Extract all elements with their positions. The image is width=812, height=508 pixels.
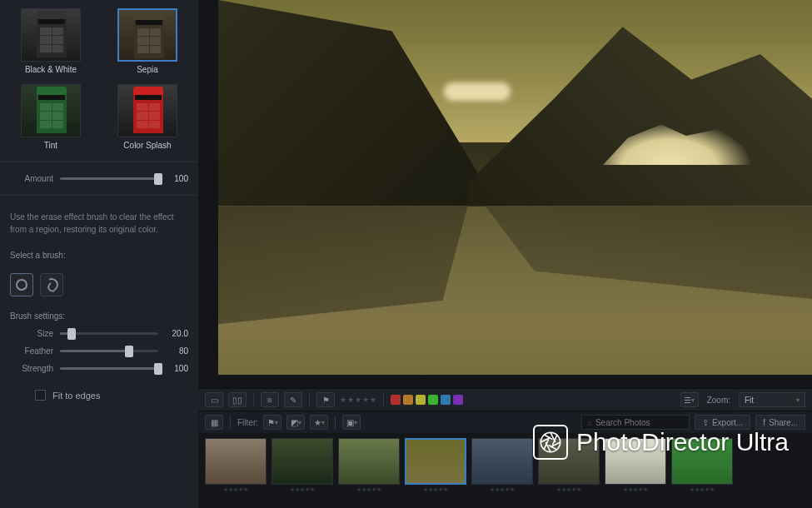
thumb-image — [605, 438, 666, 485]
search-icon: ⌕ — [587, 418, 592, 427]
histogram-button[interactable]: ≡ — [261, 392, 279, 407]
color-swatch[interactable] — [403, 395, 413, 405]
export-label: Export... — [712, 418, 743, 427]
thumb-image — [338, 438, 400, 485]
slider-thumb[interactable] — [125, 346, 133, 357]
filmstrip-thumb[interactable]: ★★★★★ — [338, 438, 400, 493]
filter-label: Filter: — [237, 418, 258, 427]
chevron-down-icon: ▾ — [796, 396, 800, 404]
slider-value: 80 — [165, 346, 188, 356]
color-swatch[interactable] — [391, 395, 401, 405]
effects-sidebar: Black & White Sepia Tint Color Splash Am… — [0, 0, 198, 508]
preset-label: Color Splash — [123, 141, 171, 150]
color-swatch[interactable] — [428, 395, 438, 405]
filter-stack-button[interactable]: ▣▾ — [342, 415, 361, 430]
slider-thumb[interactable] — [154, 363, 162, 375]
filmstrip-thumb[interactable]: ★★★★★ — [271, 438, 333, 493]
slider-value: 20.0 — [165, 329, 188, 338]
swirl-icon — [43, 276, 61, 294]
preset-label: Tint — [44, 141, 57, 150]
slider-label: Amount — [10, 174, 53, 183]
flag-button[interactable]: ⚑ — [316, 392, 335, 407]
filter-rating-button[interactable]: ★▾ — [310, 415, 328, 430]
thumb-rating[interactable]: ★★★★★ — [556, 486, 581, 493]
divider — [0, 162, 198, 162]
circle-icon — [16, 279, 27, 291]
preset-grid: Black & White Sepia Tint Color Splash — [10, 8, 188, 150]
share-icon: f — [763, 418, 765, 427]
thumb-image — [405, 438, 466, 485]
slider-label: Feather — [10, 346, 53, 356]
view-mode-button[interactable]: ☰▾ — [680, 392, 699, 407]
filter-bar: ▦ Filter: ⚑▾ ◩▾ ★▾ ▣▾ ⌕ × ⇪ Export... f … — [198, 411, 812, 433]
thumb-image — [205, 438, 267, 485]
slider-thumb[interactable] — [67, 328, 76, 340]
thumb-rating[interactable]: ★★★★★ — [490, 486, 515, 493]
color-swatch[interactable] — [453, 395, 463, 405]
slider-label: Size — [10, 329, 53, 338]
export-icon: ⇪ — [702, 418, 709, 427]
slider-thumb[interactable] — [154, 173, 162, 185]
filmstrip-thumb[interactable]: ★★★★★ — [538, 438, 600, 493]
view-toolbar: ▭ ▯▯ ≡ ✎ ⚑ ★★★★★ ☰▾ Zoom: Fit ▾ — [198, 388, 812, 411]
size-slider[interactable]: Size 20.0 — [10, 329, 188, 338]
slider-label: Strength — [10, 364, 53, 373]
slider-track[interactable] — [60, 332, 158, 335]
divider — [0, 195, 198, 196]
select-brush-label: Select a brush: — [10, 251, 188, 260]
thumb-image — [271, 438, 333, 485]
preview-image — [218, 0, 812, 375]
tool-button[interactable]: ✎ — [284, 392, 302, 407]
search-input[interactable] — [595, 418, 701, 427]
zoom-value: Fit — [745, 396, 754, 405]
preset-black-white[interactable]: Black & White — [10, 8, 92, 74]
canvas[interactable] — [198, 0, 812, 388]
strength-slider[interactable]: Strength 100 — [10, 364, 188, 373]
view-compare-button[interactable]: ▯▯ — [228, 392, 247, 407]
preset-label: Black & White — [25, 65, 77, 74]
brush-erase-button[interactable] — [40, 273, 63, 296]
filmstrip[interactable]: ★★★★★★★★★★★★★★★★★★★★★★★★★★★★★★★★★★★★★★★★ — [198, 433, 812, 508]
slider-value: 100 — [165, 364, 188, 373]
slider-track[interactable] — [60, 367, 158, 370]
search-box[interactable]: ⌕ × — [581, 415, 690, 430]
filter-flag-button[interactable]: ⚑▾ — [263, 415, 281, 430]
preset-sepia[interactable]: Sepia — [107, 8, 188, 74]
fit-edges-label: Fit to edges — [52, 391, 100, 401]
slider-value: 100 — [165, 174, 188, 183]
slider-track[interactable] — [60, 177, 158, 180]
thumb-rating[interactable]: ★★★★★ — [623, 486, 648, 493]
filmstrip-thumb[interactable]: ★★★★★ — [471, 438, 533, 493]
thumb-rating[interactable]: ★★★★★ — [423, 486, 448, 493]
rating-stars[interactable]: ★★★★★ — [340, 396, 376, 404]
color-swatch[interactable] — [441, 395, 451, 405]
color-labels — [391, 395, 463, 405]
thumb-rating[interactable]: ★★★★★ — [690, 486, 715, 493]
thumb-image — [471, 438, 533, 485]
filmstrip-thumb[interactable]: ★★★★★ — [205, 438, 267, 493]
amount-slider[interactable]: Amount 100 — [10, 174, 188, 183]
zoom-select[interactable]: Fit ▾ — [739, 392, 805, 407]
zoom-label: Zoom: — [707, 396, 730, 405]
filmstrip-thumb[interactable]: ★★★★★ — [605, 438, 666, 493]
thumb-rating[interactable]: ★★★★★ — [290, 486, 315, 493]
thumb-rating[interactable]: ★★★★★ — [223, 486, 248, 493]
share-label: Share... — [769, 418, 798, 427]
brush-apply-button[interactable] — [10, 273, 33, 296]
slider-track[interactable] — [60, 350, 158, 352]
preset-color-splash[interactable]: Color Splash — [107, 84, 188, 150]
view-single-button[interactable]: ▭ — [205, 392, 223, 407]
filmstrip-thumb[interactable]: ★★★★★ — [405, 438, 466, 493]
fit-edges-checkbox[interactable] — [35, 390, 46, 401]
filmstrip-thumb[interactable]: ★★★★★ — [671, 438, 733, 493]
share-button[interactable]: f Share... — [755, 415, 805, 430]
preset-tint[interactable]: Tint — [10, 84, 92, 150]
export-button[interactable]: ⇪ Export... — [695, 415, 750, 430]
main-area: ▭ ▯▯ ≡ ✎ ⚑ ★★★★★ ☰▾ Zoom: Fit ▾ ▦ Filter… — [198, 0, 812, 508]
feather-slider[interactable]: Feather 80 — [10, 346, 188, 356]
erase-hint: Use the erase effect brush to clear the … — [10, 211, 188, 236]
filter-mode-button[interactable]: ▦ — [205, 415, 223, 430]
thumb-rating[interactable]: ★★★★★ — [356, 486, 381, 493]
filter-label-button[interactable]: ◩▾ — [286, 415, 305, 430]
color-swatch[interactable] — [416, 395, 426, 405]
